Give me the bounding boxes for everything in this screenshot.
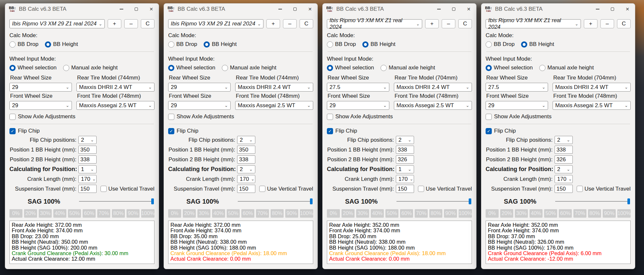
manual-axle-height-radio[interactable]: Manual axle height [222,65,276,71]
maximize-button[interactable] [605,4,620,15]
manual-axle-height-radio[interactable]: Manual axle height [539,65,594,71]
add-preset-button[interactable]: + [425,19,439,28]
crank-length-select[interactable]: 170 ⌄ [78,175,97,183]
front-tire-model-select[interactable]: Maxxis Assegai 2.5 WT ⌄ [76,101,154,110]
sag-20-button[interactable]: 20% [24,209,37,218]
add-preset-button[interactable]: + [266,19,280,28]
sag-slider[interactable] [396,201,471,202]
sag-80-button[interactable]: 80% [429,209,442,218]
sag-50-button[interactable]: 50% [385,209,398,218]
front-tire-model-select[interactable]: Maxxis Assegai 2.5 WT ⌄ [553,101,631,110]
bb-height-radio[interactable]: BB Height [362,41,396,48]
sag-60-button[interactable]: 60% [559,209,572,218]
sag-30-button[interactable]: 30% [197,209,210,218]
preset-select[interactable]: Ibis Ripmo V3 XM MX Z1 real 2024 ⌄ [327,19,422,28]
sag-slider-thumb[interactable] [627,198,630,204]
flip-chip-positions-select[interactable]: 2 ⌄ [555,136,573,144]
sag-30-button[interactable]: 30% [515,209,528,218]
sag-60-button[interactable]: 60% [400,209,413,218]
minimize-button[interactable] [590,4,605,15]
sag-20-button[interactable]: 20% [500,209,513,218]
sag-slider-thumb[interactable] [310,198,313,204]
position2-input[interactable] [78,155,97,164]
sag-100-button[interactable]: 100% [617,209,631,218]
show-axle-adjustments-checkbox[interactable]: Show Axle Adjustments [9,113,154,120]
preset-select[interactable]: Ibis Ripmo V3 XM 29 Z1 real 2024 ⌄ [9,19,105,28]
sag-70-button[interactable]: 70% [573,209,586,218]
sag-30-button[interactable]: 30% [356,209,369,218]
sag-40-button[interactable]: 40% [371,209,384,218]
sag-70-button[interactable]: 70% [415,209,428,218]
maximize-button[interactable] [129,4,144,15]
calc-position-select[interactable]: 2 ⌄ [237,165,255,173]
calc-position-select[interactable]: 2 ⌄ [555,165,573,173]
maximize-button[interactable] [288,4,302,15]
use-vertical-travel-checkbox[interactable]: Use Vertical Travel [101,186,154,192]
sag-50-button[interactable]: 50% [227,209,240,218]
flip-chip-checkbox[interactable]: ✓ Flip Chip [486,128,631,134]
maximize-button[interactable] [446,4,461,15]
sag-50-button[interactable]: 50% [544,209,557,218]
preset-select[interactable]: Ibis Ripmo V3 XM 29 Z1 real 2024 ⌄ [168,19,263,28]
sag-100-button[interactable]: 100% [300,209,313,218]
sag-100-button[interactable]: 100% [141,209,154,218]
bb-drop-radio[interactable]: BB Drop [168,41,197,48]
minimize-button[interactable] [431,4,446,15]
show-axle-adjustments-checkbox[interactable]: Show Axle Adjustments [486,113,631,120]
close-button[interactable]: ✕ [461,4,476,15]
wheel-selection-radio[interactable]: Wheel selection [327,65,374,71]
position1-input[interactable] [396,146,414,154]
rear-tire-model-select[interactable]: Maxxis DHRII 2.4 WT ⌄ [553,83,631,92]
add-preset-button[interactable]: + [108,19,121,28]
close-button[interactable]: ✕ [620,4,635,15]
front-tire-model-select[interactable]: Maxxis Assegai 2.5 WT ⌄ [235,101,313,110]
rear-tire-model-select[interactable]: Maxxis DHRII 2.4 WT ⌄ [235,83,313,92]
bb-height-radio[interactable]: BB Height [45,41,78,48]
remove-preset-button[interactable]: – [283,19,297,28]
sag-60-button[interactable]: 60% [83,209,96,218]
suspension-travel-input[interactable] [237,185,255,193]
sag-70-button[interactable]: 70% [97,209,110,218]
sag-0-button[interactable]: 0% [327,209,340,218]
flip-chip-checkbox[interactable]: ✓ Flip Chip [9,128,154,134]
show-axle-adjustments-checkbox[interactable]: Show Axle Adjustments [327,113,472,120]
suspension-travel-input[interactable] [396,185,414,193]
sag-40-button[interactable]: 40% [212,209,225,218]
crank-length-select[interactable]: 170 ⌄ [396,175,414,183]
sag-20-button[interactable]: 20% [342,209,355,218]
wheel-selection-radio[interactable]: Wheel selection [168,65,215,71]
sag-slider[interactable] [555,201,630,202]
sag-60-button[interactable]: 60% [241,209,254,218]
calc-position-select[interactable]: 1 ⌄ [396,165,414,173]
rear-wheel-size-select[interactable]: 29 ⌄ [9,83,72,92]
front-wheel-size-select[interactable]: 29 ⌄ [9,101,72,110]
rear-wheel-size-select[interactable]: 29 ⌄ [168,83,231,92]
remove-preset-button[interactable]: – [442,19,455,28]
flip-chip-checkbox[interactable]: ✓ Flip Chip [327,128,472,134]
bb-height-radio[interactable]: BB Height [204,41,237,48]
bb-drop-radio[interactable]: BB Drop [486,41,515,48]
clear-button[interactable]: C [458,19,472,28]
sag-slider-thumb[interactable] [151,198,154,204]
show-axle-adjustments-checkbox[interactable]: Show Axle Adjustments [168,113,313,120]
sag-slider[interactable] [238,201,313,202]
sag-80-button[interactable]: 80% [112,209,125,218]
clear-button[interactable]: C [617,19,631,28]
manual-axle-height-radio[interactable]: Manual axle height [63,65,118,71]
bb-drop-radio[interactable]: BB Drop [9,41,38,48]
calc-position-select[interactable]: 1 ⌄ [78,165,97,173]
sag-90-button[interactable]: 90% [127,209,140,218]
manual-axle-height-radio[interactable]: Manual axle height [381,65,435,71]
position1-input[interactable] [78,146,97,154]
bb-drop-radio[interactable]: BB Drop [327,41,356,48]
sag-80-button[interactable]: 80% [588,209,601,218]
crank-length-select[interactable]: 170 ⌄ [555,175,573,183]
use-vertical-travel-checkbox[interactable]: Use Vertical Travel [577,186,631,192]
sag-40-button[interactable]: 40% [530,209,543,218]
minimize-button[interactable] [273,4,288,15]
sag-70-button[interactable]: 70% [256,209,269,218]
bb-height-radio[interactable]: BB Height [521,41,554,48]
clear-button[interactable]: C [300,19,313,28]
position1-input[interactable] [555,146,573,154]
sag-90-button[interactable]: 90% [285,209,298,218]
